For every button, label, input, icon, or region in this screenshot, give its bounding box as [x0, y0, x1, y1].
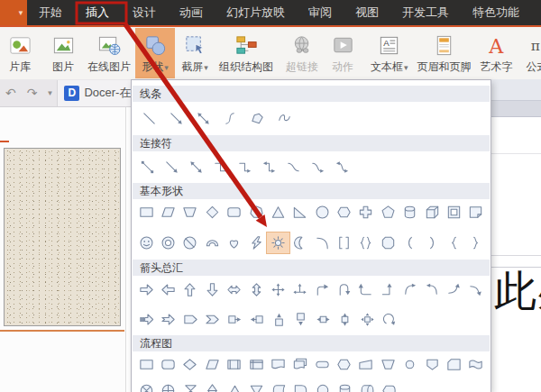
ribbon-button-组织结构图[interactable]: 组织结构图	[215, 28, 278, 78]
shape-alternate-process[interactable]	[157, 354, 179, 375]
shape-circular-arrow[interactable]	[379, 309, 401, 330]
shape-scribble[interactable]	[270, 108, 298, 129]
shape-curved-up-arrow[interactable]	[443, 279, 464, 300]
shape-arrow-right[interactable]	[135, 279, 157, 300]
shape-conn-straight[interactable]	[135, 157, 160, 178]
shape-cross[interactable]	[355, 202, 377, 223]
shape-oval[interactable]	[311, 202, 333, 223]
shape-octagon[interactable]	[377, 232, 399, 253]
shape-off-page-connector[interactable]	[421, 354, 443, 375]
menu-tab-特色功能[interactable]: 特色功能	[461, 0, 531, 25]
ribbon-button-公式[interactable]: π公式	[518, 28, 541, 78]
shape-preparation[interactable]	[333, 354, 354, 375]
shape-left-arrow-callout[interactable]	[246, 309, 269, 330]
shape-summing-junction[interactable]	[158, 380, 180, 392]
shape-arc[interactable]	[311, 232, 333, 253]
shape-internal-storage[interactable]	[245, 354, 267, 375]
ribbon-button-截屏[interactable]: 截屏▾	[175, 28, 215, 78]
shape-can[interactable]	[399, 202, 421, 223]
menu-tab-设计[interactable]: 设计	[121, 0, 168, 25]
shape-merge[interactable]	[246, 380, 269, 392]
ribbon-button-在线图片[interactable]: 在线图片	[83, 28, 135, 78]
shape-lightning[interactable]	[245, 232, 267, 253]
shape-moon[interactable]	[289, 232, 311, 253]
menu-tab-插入[interactable]: 插入	[74, 0, 121, 25]
shape-rectangle[interactable]	[135, 202, 157, 223]
ribbon-button-图片[interactable]: 图片	[43, 28, 83, 78]
shape-donut[interactable]	[157, 232, 179, 253]
shape-conn-curved-arrow[interactable]	[306, 157, 330, 178]
slide-placeholder-text[interactable]: 此处	[494, 263, 541, 320]
shape-arrow-down[interactable]	[201, 279, 223, 300]
shape-collate[interactable]	[179, 380, 202, 392]
shape-quad-arrow-callout[interactable]	[356, 309, 379, 330]
shape-manual-operation[interactable]	[377, 354, 399, 375]
shape-arrow-up[interactable]	[179, 279, 201, 300]
shape-line-arrow[interactable]	[162, 108, 189, 129]
shape-arrow-left[interactable]	[157, 279, 179, 300]
shape-conn-curved[interactable]	[281, 157, 306, 178]
shape-u-turn-arrow[interactable]	[333, 279, 354, 300]
shape-conn-curved-double[interactable]	[330, 157, 354, 178]
shape-punched-tape[interactable]	[465, 354, 487, 375]
shape-freeform[interactable]	[243, 108, 270, 129]
undo-icon[interactable]: ↶	[0, 79, 22, 106]
shape-delay[interactable]	[290, 380, 313, 392]
shape-curve[interactable]	[216, 108, 243, 129]
shape-left-bracket[interactable]	[399, 232, 421, 253]
shape-document[interactable]	[267, 354, 289, 375]
shape-conn-elbow-double[interactable]	[257, 157, 281, 178]
shape-folded-corner[interactable]	[465, 202, 487, 223]
shape-parallelogram[interactable]	[157, 202, 179, 223]
shape-right-arrow-callout[interactable]	[224, 309, 246, 330]
shape-double-bracket[interactable]	[333, 232, 354, 253]
shape-multidocument[interactable]	[289, 354, 311, 375]
shape-sequential-access[interactable]	[312, 380, 335, 392]
shape-left-right-arrow-callout[interactable]	[312, 309, 335, 330]
shape-left-up-arrow[interactable]	[355, 279, 377, 300]
shape-down-arrow-callout[interactable]	[290, 309, 313, 330]
ribbon-button-页眉和页脚[interactable]: 页眉和页脚	[413, 28, 476, 78]
shape-predefined-process[interactable]	[224, 354, 245, 375]
shape-display[interactable]	[379, 380, 401, 392]
ribbon-button-艺术字[interactable]: A艺术字	[476, 28, 518, 78]
shape-sun[interactable]	[267, 232, 289, 253]
shape-heptagon[interactable]	[245, 202, 267, 223]
shape-conn-elbow-arrow[interactable]	[233, 157, 257, 178]
shape-hexagon[interactable]	[333, 202, 354, 223]
undo-history-caret-icon[interactable]: ▼	[42, 89, 57, 97]
shape-chevron-arrow[interactable]	[202, 309, 225, 330]
shape-sort[interactable]	[202, 380, 225, 392]
shape-up-down-arrow-callout[interactable]	[335, 309, 357, 330]
shape-curved-left-arrow[interactable]	[421, 279, 443, 300]
app-corner-menu[interactable]: ▼	[0, 0, 27, 25]
shape-arrow-left-right-up[interactable]	[289, 279, 311, 300]
shape-frame[interactable]	[443, 202, 464, 223]
ribbon-button-形状[interactable]: 形状▾	[135, 28, 175, 78]
shape-striped-right-arrow[interactable]	[135, 309, 158, 330]
shape-curved-right-arrow[interactable]	[399, 279, 421, 300]
ribbon-button-文本框[interactable]: A文本框▾	[366, 28, 413, 78]
shape-stored-data[interactable]	[268, 380, 290, 392]
shape-trapezoid[interactable]	[179, 202, 201, 223]
ribbon-button-片库[interactable]: 片库	[0, 28, 40, 78]
shape-data[interactable]	[201, 354, 223, 375]
shape-curved-down-arrow[interactable]	[465, 279, 487, 300]
shape-bent-up-arrow[interactable]	[377, 279, 399, 300]
shape-up-arrow-callout[interactable]	[268, 309, 290, 330]
shape-bent-arrow[interactable]	[311, 279, 333, 300]
shape-arrow-up-down[interactable]	[245, 279, 267, 300]
shape-cube[interactable]	[421, 202, 443, 223]
shape-rounded-rectangle[interactable]	[224, 202, 245, 223]
shape-right-bracket[interactable]	[421, 232, 443, 253]
shape-no-symbol[interactable]	[179, 232, 201, 253]
shape-decision[interactable]	[179, 354, 201, 375]
menu-tab-视图[interactable]: 视图	[344, 0, 390, 25]
shape-block-arc[interactable]	[201, 232, 223, 253]
shape-extract[interactable]	[224, 380, 246, 392]
shape-manual-input[interactable]	[355, 354, 377, 375]
shape-connector[interactable]	[399, 354, 421, 375]
shape-arrow-left-right[interactable]	[224, 279, 245, 300]
shape-right-brace[interactable]	[465, 232, 487, 253]
redo-icon[interactable]: ↷	[22, 79, 43, 106]
